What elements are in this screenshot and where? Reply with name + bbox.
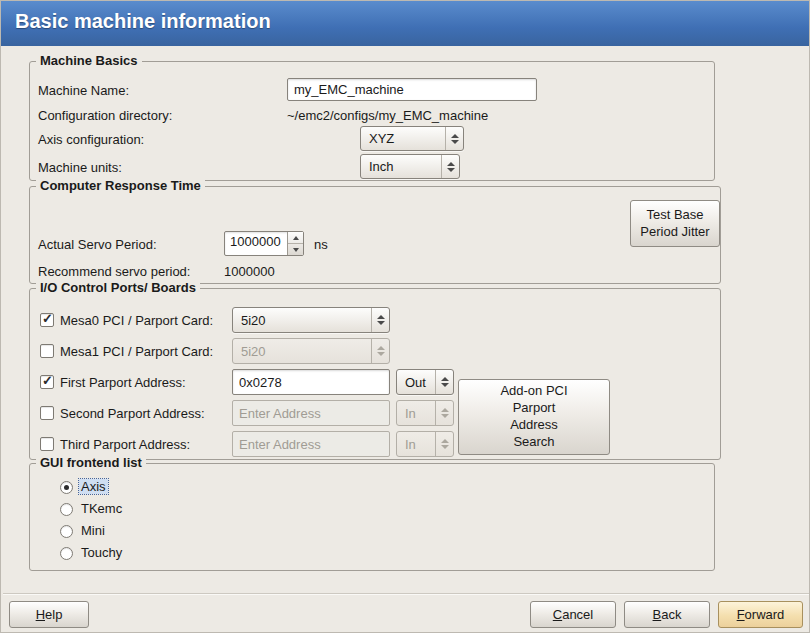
- radio-touchy[interactable]: [60, 547, 73, 560]
- checkmark-icon: ✓: [42, 373, 53, 388]
- checkmark-icon: ✓: [42, 311, 53, 326]
- mesa0-card-value: 5i20: [233, 313, 371, 328]
- footer-separator: [3, 593, 809, 595]
- spin-up-icon[interactable]: [288, 232, 303, 244]
- radio-tkemc[interactable]: [60, 503, 73, 516]
- first-parport-direction-select[interactable]: Out: [396, 369, 454, 395]
- help-button-label: Help: [36, 607, 63, 622]
- third-parport-address-input: [232, 431, 390, 457]
- second-parport-checkbox[interactable]: ✓: [40, 406, 54, 420]
- radio-mini[interactable]: [60, 525, 73, 538]
- first-parport-label: First Parport Address:: [60, 375, 186, 390]
- cancel-button[interactable]: Cancel: [530, 601, 616, 628]
- mesa0-label: Mesa0 PCI / Parport Card:: [60, 313, 213, 328]
- recommend-period-value: 1000000: [224, 264, 275, 279]
- machine-basics-legend: Machine Basics: [36, 53, 142, 68]
- combo-arrows-icon: [371, 308, 389, 332]
- third-parport-direction-value: In: [397, 437, 435, 452]
- second-parport-direction-value: In: [397, 406, 435, 421]
- radio-mini-label[interactable]: Mini: [81, 523, 105, 538]
- mesa1-card-select: 5i20: [232, 338, 390, 364]
- servo-period-spinbox[interactable]: 1000000: [224, 231, 304, 256]
- help-button[interactable]: Help: [9, 601, 89, 628]
- config-dir-label: Configuration directory:: [38, 108, 172, 123]
- machine-basics-frame: Machine Basics Machine Name: Configurati…: [29, 61, 715, 181]
- first-parport-direction-value: Out: [397, 375, 435, 390]
- back-button-label: Back: [653, 607, 682, 622]
- mesa1-card-value: 5i20: [233, 344, 371, 359]
- response-time-legend: Computer Response Time: [36, 178, 205, 193]
- mesa1-checkbox[interactable]: ✓: [40, 344, 54, 358]
- gui-frontend-legend: GUI frontend list: [36, 455, 146, 470]
- mesa0-checkbox[interactable]: ✓: [40, 313, 54, 327]
- io-ports-legend: I/O Control Ports/ Boards: [36, 280, 200, 295]
- mesa1-label: Mesa1 PCI / Parport Card:: [60, 344, 213, 359]
- third-parport-checkbox[interactable]: ✓: [40, 437, 54, 451]
- machine-units-label: Machine units:: [38, 160, 122, 175]
- axis-config-select[interactable]: XYZ: [360, 126, 464, 151]
- second-parport-direction-select: In: [396, 400, 454, 426]
- third-parport-label: Third Parport Address:: [60, 437, 190, 452]
- combo-arrows-icon: [435, 432, 453, 456]
- machine-name-label: Machine Name:: [38, 83, 129, 98]
- radio-axis[interactable]: [60, 481, 73, 494]
- back-button[interactable]: Back: [624, 601, 710, 628]
- recommend-period-label: Recommend servo period:: [38, 264, 190, 279]
- combo-arrows-icon: [435, 370, 453, 394]
- first-parport-address-input[interactable]: [232, 369, 390, 395]
- third-parport-direction-select: In: [396, 431, 454, 457]
- cancel-button-label: Cancel: [553, 607, 593, 622]
- combo-arrows-icon: [445, 127, 463, 150]
- combo-arrows-icon: [441, 155, 459, 178]
- axis-config-value: XYZ: [361, 131, 445, 146]
- machine-units-select[interactable]: Inch: [360, 154, 460, 179]
- axis-config-label: Axis configuration:: [38, 132, 144, 147]
- page-title-bar: Basic machine information: [1, 1, 809, 46]
- wizard-window: Basic machine information Machine Basics…: [0, 0, 810, 633]
- servo-period-label: Actual Servo Period:: [38, 237, 157, 252]
- servo-period-unit: ns: [314, 237, 328, 252]
- gui-frontend-frame: GUI frontend list Axis TKemc Mini Touchy: [29, 463, 715, 571]
- second-parport-address-input: [232, 400, 390, 426]
- servo-period-value: 1000000: [225, 232, 287, 255]
- forward-button-label: Forward: [737, 607, 785, 622]
- forward-button[interactable]: Forward: [718, 601, 803, 628]
- second-parport-label: Second Parport Address:: [60, 406, 205, 421]
- combo-arrows-icon: [435, 401, 453, 425]
- spin-down-icon[interactable]: [288, 244, 303, 255]
- machine-name-input[interactable]: [287, 78, 537, 101]
- config-dir-value: ~/emc2/configs/my_EMC_machine: [287, 108, 488, 123]
- first-parport-checkbox[interactable]: ✓: [40, 375, 54, 389]
- combo-arrows-icon: [371, 339, 389, 363]
- io-ports-frame: I/O Control Ports/ Boards ✓ Mesa0 PCI / …: [29, 288, 721, 460]
- test-base-period-jitter-button[interactable]: Test Base Period Jitter: [630, 200, 720, 247]
- machine-units-value: Inch: [361, 159, 441, 174]
- radio-axis-label[interactable]: Axis: [79, 479, 108, 494]
- mesa0-card-select[interactable]: 5i20: [232, 307, 390, 333]
- radio-dot-icon: [64, 485, 69, 490]
- addon-pci-parport-search-button[interactable]: Add-on PCI Parport Address Search: [458, 379, 610, 455]
- page-title: Basic machine information: [15, 10, 271, 33]
- radio-touchy-label[interactable]: Touchy: [81, 545, 122, 560]
- response-time-frame: Computer Response Time Test Base Period …: [29, 186, 721, 284]
- radio-tkemc-label[interactable]: TKemc: [81, 501, 122, 516]
